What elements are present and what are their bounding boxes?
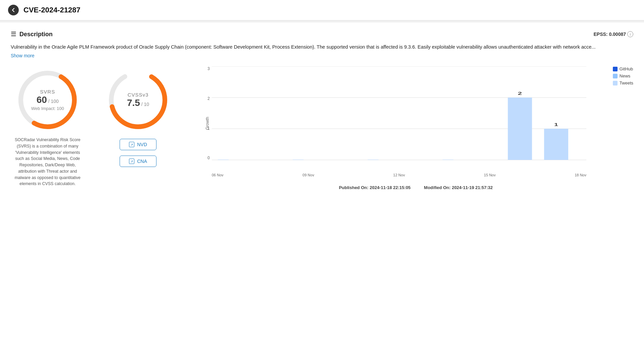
svrs-value: 60 / 100: [31, 95, 64, 105]
modified-on: Modified On: 2024-11-19 21:57:32: [424, 185, 493, 190]
y-label-3: 3: [207, 66, 210, 71]
news-legend-dot: [613, 74, 618, 78]
page-title: CVE-2024-21287: [23, 6, 80, 14]
x-label-15nov: 15 Nov: [484, 173, 496, 177]
section-title-text: Description: [19, 31, 53, 38]
chart-legend: GitHub News Tweets: [613, 66, 633, 85]
nvd-external-icon: [129, 142, 134, 147]
svg-rect-10: [293, 160, 304, 160]
svrs-donut: SVRS 60 / 100 Web Impact: 100: [14, 66, 81, 133]
nvd-button[interactable]: NVD: [120, 139, 156, 150]
nvd-label: NVD: [137, 142, 147, 147]
modified-value: 2024-11-19 21:57:32: [452, 185, 493, 190]
chart-area: GitHub News Tweets Growth 3 2: [192, 66, 633, 191]
published-on: Published On: 2024-11-18 22:15:05: [339, 185, 410, 190]
svg-rect-13: [508, 98, 532, 160]
modified-label: Modified On:: [424, 185, 450, 190]
cna-button[interactable]: CNA: [120, 156, 156, 167]
cvss-container: CVSSv3 7.5 / 10 NVD CNA: [105, 66, 172, 167]
epss-label: EPSS: 0.00087: [593, 32, 626, 37]
cna-external-icon: [129, 159, 134, 164]
github-legend-label: GitHub: [620, 66, 633, 71]
tweets-legend-label: Tweets: [620, 80, 633, 85]
chart-y-axis: 3 2 1 0: [198, 66, 212, 160]
back-button[interactable]: [8, 5, 19, 15]
svrs-label: SVRS: [31, 89, 64, 95]
y-label-1: 1: [207, 126, 210, 131]
x-label-09nov: 09 Nov: [303, 173, 314, 177]
cna-label: CNA: [137, 159, 147, 164]
cvss-center: CVSSv3 7.5 / 10: [127, 92, 149, 108]
chart-x-axis: 06 Nov 09 Nov 12 Nov 15 Nov 18 Nov: [212, 173, 586, 177]
metrics-row: SVRS 60 / 100 Web Impact: 100 SOCRadar V…: [11, 66, 633, 191]
epss-info-icon[interactable]: i: [627, 31, 633, 37]
news-legend-label: News: [620, 73, 631, 78]
section-header: ☰ Description EPSS: 0.00087 i: [11, 31, 633, 38]
x-label-18nov: 18 Nov: [575, 173, 586, 177]
cvss-donut: CVSSv3 7.5 / 10: [105, 66, 172, 133]
x-label-12nov: 12 Nov: [393, 173, 405, 177]
svrs-description: SOCRadar Vulnerability Risk Score (SVRS)…: [11, 137, 84, 187]
cvss-value: 7.5 / 10: [127, 98, 149, 108]
cvss-label: CVSSv3: [127, 92, 149, 98]
dates-bar: Published On: 2024-11-18 22:15:05 Modifi…: [198, 180, 633, 191]
svrs-sub: Web Impact: 100: [31, 106, 64, 111]
chart-wrapper: GitHub News Tweets Growth 3 2: [198, 66, 633, 180]
svg-text:1: 1: [554, 122, 558, 127]
y-label-2: 2: [207, 96, 210, 101]
published-label: Published On:: [339, 185, 368, 190]
header: CVE-2024-21287: [0, 0, 644, 20]
main-content: ☰ Description EPSS: 0.00087 i Vulnerabil…: [0, 22, 644, 199]
section-title: ☰ Description: [11, 31, 53, 38]
svrs-container: SVRS 60 / 100 Web Impact: 100 SOCRadar V…: [11, 66, 84, 187]
x-label-06nov: 06 Nov: [212, 173, 223, 177]
chart-svg-area: 2 1: [212, 66, 586, 160]
legend-github: GitHub: [613, 66, 633, 71]
svrs-center: SVRS 60 / 100 Web Impact: 100: [31, 89, 64, 111]
svg-rect-15: [544, 129, 568, 160]
y-label-0: 0: [207, 156, 210, 160]
github-legend-dot: [613, 67, 618, 71]
svg-rect-9: [218, 160, 229, 160]
description-text: Vulnerability in the Oracle Agile PLM Fr…: [11, 43, 633, 51]
show-more-link[interactable]: Show more: [11, 53, 35, 58]
legend-news: News: [613, 73, 633, 78]
svg-rect-12: [443, 160, 453, 160]
svg-text:2: 2: [518, 91, 522, 96]
tweets-legend-dot: [613, 81, 618, 85]
description-icon: ☰: [11, 31, 16, 38]
legend-tweets: Tweets: [613, 80, 633, 85]
epss-container: EPSS: 0.00087 i: [593, 31, 633, 37]
svg-rect-11: [368, 160, 378, 160]
epss-value: 0.00087: [609, 32, 626, 37]
published-value: 2024-11-18 22:15:05: [370, 185, 410, 190]
